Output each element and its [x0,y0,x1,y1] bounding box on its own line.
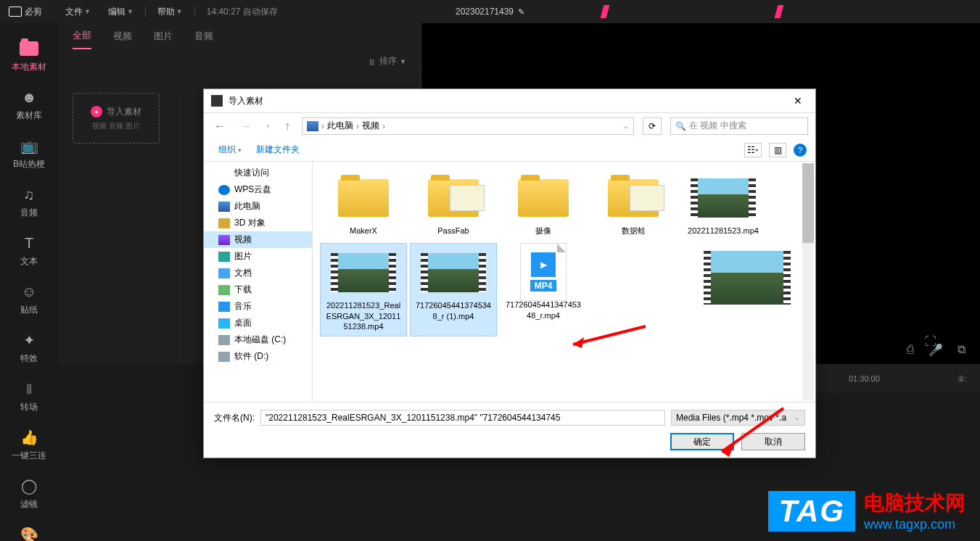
scrollbar-thumb[interactable] [802,163,814,243]
preview-pane-button[interactable]: ▥ [769,143,786,157]
menu-help[interactable]: 帮助▼ [149,6,192,18]
breadcrumb-pc[interactable]: 此电脑 [327,120,353,132]
tree-item[interactable]: 软件 (D:) [204,348,312,365]
tab-audio[interactable]: 音频 [194,30,213,43]
drive-icon [218,352,230,362]
new-folder-button[interactable]: 新建文件夹 [250,144,305,156]
search-input[interactable]: 🔍 在 视频 中搜索 [670,117,808,135]
organize-button[interactable]: 组织 ▾ [213,144,247,156]
folder-icon [20,41,38,56]
sidebar-item-local[interactable]: 本地素材 [7,32,51,80]
sidebar-item-effects[interactable]: ✦特效 [7,323,51,372]
scrollbar[interactable] [802,163,814,400]
recent-button[interactable]: ▾ [263,123,273,130]
tree-label: 本地磁盘 (C:) [234,334,286,346]
up-button[interactable]: ↑ [281,120,293,133]
file-name: 7172604544134745348_r.mp4 [504,300,582,321]
preview-controls: ⎙ 🎤 ⧉ [907,343,965,357]
filename-input[interactable] [260,410,665,426]
file-thumbnail [331,248,396,297]
autosave-status: 14:40:27 自动保存 [207,6,278,18]
tree-item[interactable]: 3D 对象 [204,215,312,231]
sidebar-item-transition[interactable]: ⦀转场 [7,372,51,421]
back-button[interactable]: ← [211,120,228,133]
tree-item[interactable]: 音乐 [204,298,312,315]
tree-item[interactable]: 本地磁盘 (C:) [204,331,312,348]
tree-item[interactable]: 此电脑 [204,198,312,215]
desktop-icon [218,318,230,329]
refresh-button[interactable]: ⟳ [643,117,662,135]
dialog-nav: ← → ▾ ↑ › 此电脑 › 视频 › ⌄ ⟳ 🔍 在 视频 中搜索 [204,112,815,139]
edit-icon: ✎ [518,7,524,17]
sidebar-item-bilibili[interactable]: 📺B站热梗 [7,129,51,178]
ok-button[interactable]: 确定 [670,433,734,450]
tree-item[interactable]: WPS云盘 [204,181,312,198]
sidebar-item-sticker[interactable]: ☺贴纸 [7,275,51,323]
file-thumbnail [421,173,486,223]
file-item[interactable]: 717260454413745348_r (1).mp4 [410,243,497,336]
tree-item[interactable]: 文档 [204,265,312,281]
close-button[interactable]: ✕ [788,95,808,107]
sidebar-item-library[interactable]: ☻素材库 [7,80,51,129]
file-item[interactable]: ▶MP47172604544134745348_r.mp4 [500,243,587,336]
decoration-mark [601,5,610,18]
chevron-down-icon[interactable]: ⌄ [623,123,629,130]
file-type-filter[interactable]: Media Files (*.mp4 *.mov *.a⌄ [671,410,805,426]
tree-item[interactable]: 图片 [204,248,312,265]
sidebar-item-like[interactable]: 👍一键三连 [7,421,51,469]
search-icon: 🔍 [675,121,686,131]
panel-tabs: 全部 视频 图片 音频 [58,23,421,49]
tree-item[interactable]: 快速访问 [204,165,312,181]
file-item[interactable]: 202211281523.mp4 [680,169,767,240]
tree-item[interactable]: 视频 [204,231,312,248]
file-thumbnail [601,173,666,223]
decoration-mark [775,5,784,18]
captions-icon[interactable]: ⎙ [907,343,914,357]
download-icon [218,285,230,295]
tab-all[interactable]: 全部 [73,29,91,49]
tag-badge: TAG [768,491,855,532]
forward-button[interactable]: → [237,120,255,133]
smile-icon: ☻ [19,88,39,107]
file-item[interactable]: 摄像 [500,169,587,240]
divider [194,7,195,17]
time-mark: 01:30:00 [849,374,880,383]
cancel-button[interactable]: 取消 [741,433,805,450]
sort-button[interactable]: ⫼ 排序 ▼ [368,55,406,67]
help-icon[interactable]: ? [794,144,807,157]
menu-file[interactable]: 文件▼ [57,6,99,18]
dialog-title-text: 导入素材 [228,95,263,107]
extra-thumbnail [704,251,791,309]
music-icon [218,302,230,312]
divider [145,7,146,17]
search-placeholder: 在 视频 中搜索 [689,120,746,132]
file-name: PassFab [437,226,469,236]
tree-item[interactable]: 桌面 [204,315,312,331]
effects-icon: ✦ [19,331,39,350]
sidebar-item-color[interactable]: 🎨调色 [7,518,51,541]
sidebar-item-filter[interactable]: ◯滤镜 [7,469,51,518]
file-item[interactable]: 202211281523_RealESRGAN_3X_1201151238.mp… [320,243,407,336]
tree-label: 图片 [234,250,252,263]
folder-tree: 快速访问WPS云盘此电脑3D 对象视频图片文档下载音乐桌面本地磁盘 (C:)软件… [204,162,313,402]
file-thumbnail: ▶MP4 [511,247,576,297]
drive-icon [218,335,230,345]
tab-image[interactable]: 图片 [154,30,173,43]
sidebar-item-audio[interactable]: ♫音频 [7,178,51,226]
tab-video[interactable]: 视频 [113,30,132,43]
file-item[interactable]: MakerX [320,169,407,240]
tree-label: WPS云盘 [234,183,271,196]
sidebar-item-text[interactable]: T文本 [7,226,51,275]
screen-icon[interactable]: ⧉ [958,343,965,357]
file-item[interactable]: 数据蛙 [590,169,677,240]
breadcrumb-folder[interactable]: 视频 [362,120,379,132]
project-title[interactable]: 202302171439 ✎ [456,7,524,17]
mic-icon[interactable]: 🎤 [928,343,943,357]
watermark-url: www.tagxp.com [864,517,965,532]
tree-item[interactable]: 下载 [204,281,312,298]
menu-edit[interactable]: 编辑▼ [99,6,142,18]
file-item[interactable]: PassFab [410,169,497,240]
view-mode-button[interactable]: ☷ ▾ [744,143,762,157]
address-bar[interactable]: › 此电脑 › 视频 › ⌄ [302,117,634,135]
import-media-button[interactable]: +导入素材 视频 音频 图片 [73,93,160,144]
